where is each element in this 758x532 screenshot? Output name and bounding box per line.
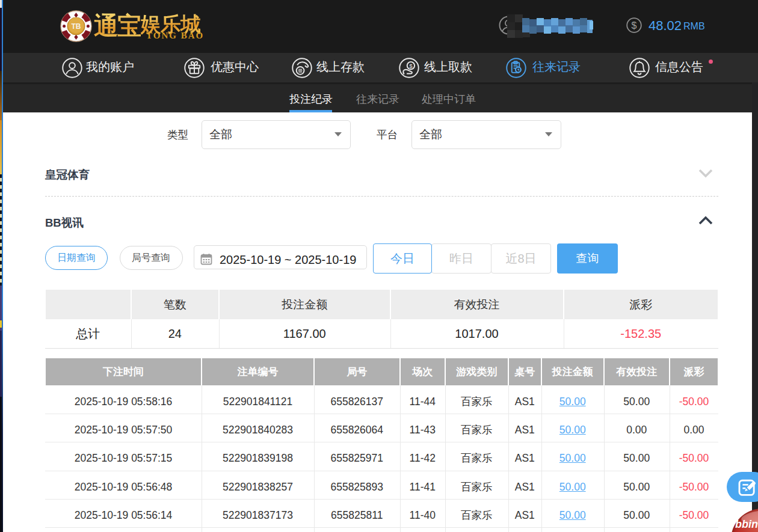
svg-text:$: $ [632,20,637,31]
svg-text:TB: TB [72,22,81,31]
svg-text:$: $ [409,63,413,69]
